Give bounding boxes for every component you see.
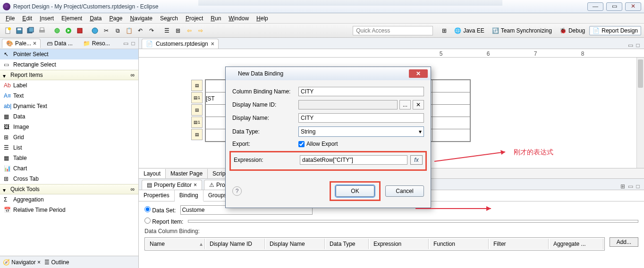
menu-page[interactable]: Page <box>106 14 127 23</box>
tab-outline[interactable]: ☰ Outline <box>44 259 69 266</box>
redo-button[interactable]: ↷ <box>146 25 157 36</box>
report-item-select[interactable] <box>188 220 638 223</box>
menu-search[interactable]: Search <box>156 14 182 23</box>
col-display-id[interactable]: Display Name ID <box>206 239 265 249</box>
menu-element[interactable]: Element <box>58 14 86 23</box>
palette-grid[interactable]: ⊞Grid <box>0 132 138 142</box>
toggle-button-1[interactable]: ☰ <box>161 25 172 36</box>
palette-crosstab[interactable]: ⊞Cross Tab <box>0 174 138 184</box>
report-item-radio[interactable]: Report Item: <box>144 218 183 225</box>
detail-row-icon[interactable]: ▤1 <box>191 92 203 103</box>
globe-button[interactable] <box>90 25 100 36</box>
save-button[interactable] <box>14 25 25 36</box>
perspective-debug[interactable]: 🐞Debug <box>556 26 588 35</box>
tab-resource[interactable]: 📁Reso... <box>79 39 114 48</box>
col-expression[interactable]: Expression <box>370 239 429 249</box>
menu-file[interactable]: File <box>2 14 18 23</box>
tab-navigator[interactable]: 🧭 Navigator × <box>3 259 41 266</box>
col-function[interactable]: Function <box>430 239 489 249</box>
palette-dynamic-text[interactable]: ab|Dynamic Text <box>0 101 138 111</box>
perspective-javaee[interactable]: 🌐Java EE <box>451 26 488 35</box>
palette-list[interactable]: ☰List <box>0 142 138 153</box>
dialog-titlebar[interactable]: New Data Binding ✕ <box>226 67 431 80</box>
expression-builder-button[interactable]: fx <box>410 155 423 165</box>
maximize-view-icon[interactable]: □ <box>130 40 136 47</box>
run-button[interactable] <box>63 25 74 36</box>
back-button[interactable]: ⇦ <box>184 25 195 36</box>
close-icon[interactable]: × <box>33 40 36 47</box>
dialog-close-button[interactable]: ✕ <box>409 69 428 78</box>
binding-table[interactable]: Name ▴ Display Name ID Display Name Data… <box>144 237 605 251</box>
cut-button[interactable]: ✂ <box>101 25 111 36</box>
new-button[interactable] <box>3 25 13 36</box>
vertical-scrollbar[interactable] <box>636 58 644 168</box>
menu-window[interactable]: Window <box>225 14 253 23</box>
palette-aggregation[interactable]: ΣAggregation <box>0 194 138 205</box>
editor-tab-customers[interactable]: 📄Customers.rptdesign× <box>142 39 219 49</box>
toggle-button-2[interactable]: ⊞ <box>173 25 183 36</box>
subtab-properties[interactable]: Properties <box>139 190 175 201</box>
minimize-props-icon[interactable]: ▭ <box>627 183 634 190</box>
data-set-radio[interactable]: Data Set: <box>144 206 176 214</box>
palette-rectangle-select[interactable]: ▭Rectangle Select <box>0 59 138 70</box>
tab-palette[interactable]: 🎨Pale...× <box>2 39 41 48</box>
menu-edit[interactable]: Edit <box>18 14 36 23</box>
expression-input[interactable] <box>300 155 407 165</box>
add-binding-button[interactable]: Add... <box>610 237 638 247</box>
toggle-icon[interactable]: ⊞ <box>619 183 626 190</box>
palette-relative-time[interactable]: 📅Relative Time Period <box>0 205 138 215</box>
column-binding-name-input[interactable] <box>298 87 424 96</box>
col-type[interactable]: Data Type <box>326 239 369 249</box>
perspective-team[interactable]: 🔃Team Synchronizing <box>489 26 555 35</box>
debug-button[interactable] <box>52 25 62 36</box>
palette-section-quick-tools[interactable]: ▾Quick Tools∞ <box>0 184 138 194</box>
header-row-icon[interactable]: ▤ <box>191 80 203 91</box>
help-button[interactable]: ? <box>232 186 242 196</box>
allow-export-checkbox[interactable]: Allow Export <box>298 141 338 147</box>
cancel-button[interactable]: Cancel <box>385 185 424 197</box>
tab-data-explorer[interactable]: 🗃Data ... <box>42 39 77 48</box>
palette-label[interactable]: AbLabel <box>0 80 138 91</box>
print-button[interactable] <box>37 25 47 36</box>
footer-row-icon[interactable]: ▤1 <box>191 117 203 128</box>
forward-button[interactable]: ⇨ <box>195 25 206 36</box>
subtab-binding[interactable]: Binding <box>175 190 203 201</box>
palette-text[interactable]: A≡Text <box>0 91 138 101</box>
menu-help[interactable]: Help <box>253 14 272 23</box>
browse-button[interactable]: ... <box>399 100 411 109</box>
minimize-editor-icon[interactable]: ▭ <box>627 42 634 49</box>
ok-button[interactable]: OK <box>336 185 374 197</box>
display-name-input[interactable] <box>298 113 424 123</box>
maximize-props-icon[interactable]: □ <box>635 183 641 190</box>
menu-project[interactable]: Project <box>182 14 207 23</box>
save-all-button[interactable] <box>25 25 36 36</box>
col-display-name[interactable]: Display Name <box>266 239 325 249</box>
perspective-report-design[interactable]: 📄Report Design <box>589 26 641 35</box>
data-type-select[interactable]: String▾ <box>298 126 424 137</box>
maximize-editor-icon[interactable]: □ <box>635 42 641 49</box>
col-name[interactable]: Name ▴ <box>146 239 205 249</box>
menu-navigate[interactable]: Navigate <box>127 14 156 23</box>
menu-insert[interactable]: Insert <box>36 14 58 23</box>
row-icon[interactable]: ▤ <box>191 104 203 116</box>
menu-data[interactable]: Data <box>86 14 105 23</box>
clear-button[interactable]: ✕ <box>413 100 424 109</box>
page-tab-master[interactable]: Master Page <box>166 169 208 178</box>
tab-property-editor[interactable]: ▤ Property Editor × <box>142 180 202 190</box>
palette-chart[interactable]: 📊Chart <box>0 163 138 174</box>
palette-pointer-select[interactable]: ↖Pointer Select <box>0 49 138 59</box>
menu-run[interactable]: Run <box>207 14 225 23</box>
close-icon[interactable]: × <box>211 41 214 47</box>
palette-table[interactable]: ▦Table <box>0 153 138 163</box>
col-aggregate[interactable]: Aggregate ... <box>550 239 603 249</box>
minimize-view-icon[interactable]: ▭ <box>122 40 129 47</box>
open-perspective-button[interactable]: ⊞ <box>439 26 450 35</box>
paste-button[interactable]: 📋 <box>124 25 134 36</box>
maximize-button[interactable]: ▭ <box>606 2 622 11</box>
ext-tools-button[interactable] <box>75 25 85 36</box>
palette-image[interactable]: 🖼Image <box>0 122 138 132</box>
col-filter[interactable]: Filter <box>490 239 549 249</box>
copy-button[interactable]: ⧉ <box>112 25 123 36</box>
undo-button[interactable]: ↶ <box>135 25 145 36</box>
page-tab-layout[interactable]: Layout <box>139 169 166 178</box>
